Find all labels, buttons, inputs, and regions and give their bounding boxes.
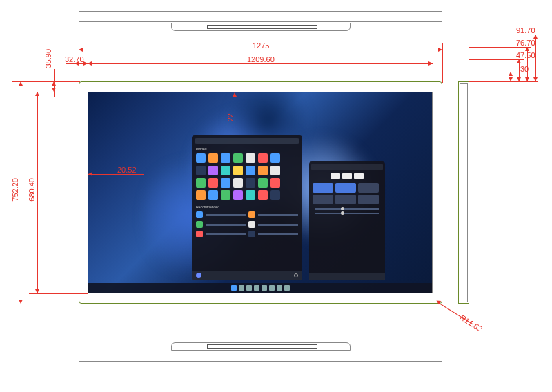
- app-tile[interactable]: [233, 178, 243, 188]
- app-tile[interactable]: [233, 153, 243, 163]
- app-tile[interactable]: [221, 166, 230, 175]
- qs-toggle[interactable]: [313, 183, 333, 193]
- pinned-row-4: [192, 189, 302, 202]
- app-tile[interactable]: [221, 153, 230, 163]
- arrow-icon: [517, 59, 521, 63]
- taskbar-icon[interactable]: [277, 285, 282, 291]
- rec-item[interactable]: [248, 211, 255, 218]
- taskbar-icon[interactable]: [254, 285, 259, 291]
- app-tile[interactable]: [258, 166, 268, 175]
- arrow-icon: [233, 92, 237, 97]
- app-tile[interactable]: [270, 190, 280, 200]
- ext-line: [469, 35, 538, 35]
- app-tile[interactable]: [258, 190, 268, 200]
- dim-label-total-width: 1275: [253, 41, 269, 50]
- ext-line: [469, 59, 524, 60]
- pinned-row-3: [192, 177, 302, 189]
- app-tile[interactable]: [196, 190, 206, 200]
- ext-line: [433, 59, 433, 92]
- power-icon[interactable]: [294, 273, 298, 277]
- arrow-icon: [83, 61, 88, 66]
- dim-label-radius: R11.62: [459, 313, 484, 333]
- dim-label-screen-height: 680.40: [28, 178, 36, 202]
- app-tile[interactable]: [196, 178, 206, 188]
- app-tile[interactable]: [221, 178, 230, 188]
- arrow-icon: [19, 300, 23, 304]
- start-search[interactable]: [195, 138, 299, 144]
- taskbar-icon[interactable]: [246, 285, 252, 291]
- ext-line: [12, 304, 80, 304]
- top-view-outer: [79, 11, 442, 22]
- app-tile[interactable]: [270, 153, 280, 163]
- arrow-icon: [533, 77, 538, 81]
- qs-toggle[interactable]: [335, 183, 356, 193]
- taskbar-icon[interactable]: [239, 285, 244, 291]
- app-tile[interactable]: [208, 190, 218, 200]
- dim-total-width: [79, 50, 442, 50]
- taskbar-icon[interactable]: [284, 285, 290, 291]
- dim-screen-height: [37, 92, 38, 293]
- rec-item[interactable]: [248, 231, 255, 237]
- bottom-view-outer: [79, 351, 442, 362]
- brightness-slider[interactable]: [315, 208, 379, 210]
- arrow-icon: [88, 172, 92, 176]
- ext-line: [469, 47, 531, 48]
- app-tile[interactable]: [246, 190, 255, 200]
- qs-toggle[interactable]: [358, 183, 379, 193]
- rec-item[interactable]: [196, 231, 203, 237]
- arrow-icon: [509, 77, 513, 81]
- user-avatar[interactable]: [196, 273, 201, 278]
- dim-inner-left: [88, 174, 144, 175]
- media-next[interactable]: [354, 173, 364, 179]
- pinned-row-1: [192, 152, 302, 164]
- taskbar-icon[interactable]: [269, 285, 275, 291]
- rec-item[interactable]: [196, 221, 203, 228]
- volume-slider[interactable]: [315, 213, 379, 214]
- qs-toggle[interactable]: [358, 195, 379, 204]
- qs-header: [311, 164, 383, 170]
- app-tile[interactable]: [258, 178, 268, 188]
- dim-side-1: [535, 35, 536, 81]
- arrow-icon: [79, 48, 83, 52]
- app-tile[interactable]: [196, 166, 206, 175]
- media-play[interactable]: [342, 173, 352, 179]
- app-tile[interactable]: [221, 190, 230, 200]
- app-tile[interactable]: [208, 178, 218, 188]
- qs-toggle[interactable]: [313, 195, 333, 204]
- qs-toggle[interactable]: [335, 195, 356, 204]
- app-tile[interactable]: [270, 166, 280, 175]
- app-tile[interactable]: [208, 153, 218, 163]
- taskbar[interactable]: [88, 283, 432, 293]
- bottom-view-detail: [207, 344, 317, 349]
- start-icon[interactable]: [231, 285, 237, 291]
- app-tile[interactable]: [233, 166, 243, 175]
- display-screen: Pinned Recommended: [88, 92, 432, 293]
- app-tile[interactable]: [208, 166, 218, 175]
- arrow-icon: [428, 61, 433, 66]
- taskbar-icon[interactable]: [262, 285, 267, 291]
- app-tile[interactable]: [258, 153, 268, 163]
- arrow-icon: [19, 81, 23, 86]
- app-tile[interactable]: [233, 190, 243, 200]
- rec-item[interactable]: [248, 221, 255, 228]
- app-tile[interactable]: [196, 153, 206, 163]
- app-tile[interactable]: [246, 166, 255, 175]
- arrow-icon: [438, 48, 442, 52]
- dim-label-side-3: 47.50: [516, 51, 535, 59]
- rec-item[interactable]: [196, 211, 203, 218]
- dim-label-inner-top: 22: [226, 113, 235, 121]
- arrow-icon: [35, 289, 39, 293]
- app-tile[interactable]: [246, 153, 255, 163]
- media-prev[interactable]: [331, 173, 340, 179]
- quick-settings[interactable]: [309, 161, 385, 280]
- app-tile[interactable]: [270, 178, 280, 188]
- dim-total-height: [21, 81, 21, 304]
- dim-label-left-bezel: 32.70: [65, 55, 84, 63]
- app-tile[interactable]: [246, 178, 255, 188]
- ext-line: [442, 43, 443, 83]
- start-menu[interactable]: Pinned Recommended: [192, 135, 302, 280]
- dim-label-inner-left: 20.52: [117, 166, 137, 174]
- dim-label-side-4: 30: [520, 65, 529, 73]
- side-view-inner: [460, 83, 468, 302]
- pinned-label: Pinned: [192, 146, 302, 152]
